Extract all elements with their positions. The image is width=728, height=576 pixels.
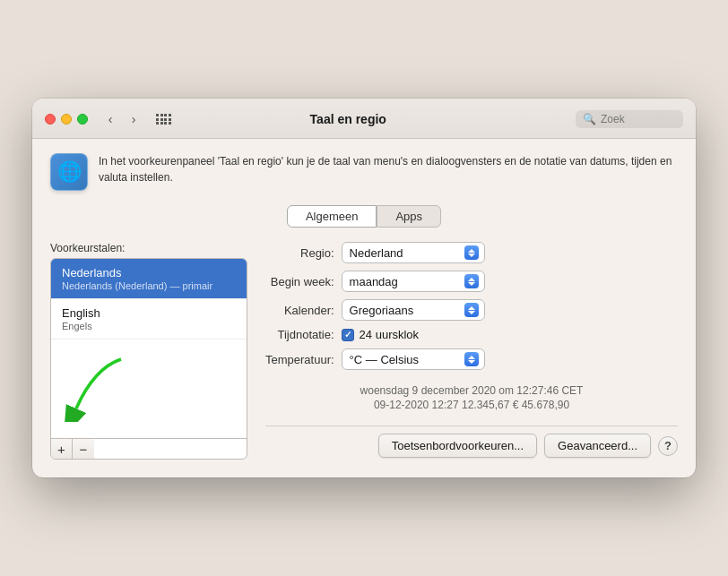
- tijd-checkbox-label: 24 uursklok: [360, 328, 419, 341]
- week-label: Begin week:: [265, 275, 334, 288]
- back-button[interactable]: ‹: [100, 109, 120, 129]
- search-box[interactable]: 🔍: [576, 110, 683, 128]
- dropdown-arrow-regio: [464, 245, 479, 260]
- temp-text: °C — Celsius: [350, 353, 419, 366]
- search-icon: 🔍: [583, 113, 596, 125]
- temp-dropdown[interactable]: °C — Celsius: [342, 348, 485, 370]
- content-area: 🌐 In het voorkeurenpaneel 'Taal en regio…: [32, 139, 696, 477]
- regio-text: Nederland: [350, 246, 403, 260]
- titlebar: ‹ › Taal en regio 🔍: [32, 99, 696, 139]
- main-window: ‹ › Taal en regio 🔍 🌐 In het voorkeurenp…: [32, 99, 696, 477]
- main-layout: Voorkeurstalen: Nederlands Nederlands (N…: [50, 242, 678, 460]
- week-text: maandag: [350, 275, 398, 288]
- regio-label: Regio:: [265, 246, 334, 260]
- green-arrow: [58, 350, 139, 422]
- kalender-dropdown[interactable]: Gregoriaans: [342, 299, 485, 321]
- settings-grid: Regio: Nederland: [265, 242, 678, 370]
- info-text: In het voorkeurenpaneel 'Taal en regio' …: [99, 153, 678, 185]
- keyboard-prefs-button[interactable]: Toetsenbordvoorkeuren...: [378, 434, 537, 458]
- date-line2: 09-12-2020 12:27 12.345,67 € 45.678,90: [265, 399, 678, 411]
- checkmark-icon: ✓: [344, 330, 351, 340]
- kalender-value: Gregoriaans: [342, 299, 678, 321]
- add-language-button[interactable]: +: [51, 439, 73, 459]
- traffic-lights: [45, 114, 88, 125]
- regio-value: Nederland: [342, 242, 678, 263]
- language-panel: Voorkeurstalen: Nederlands Nederlands (N…: [50, 242, 247, 460]
- chevron-updown-icon: [468, 278, 475, 286]
- list-controls: + −: [51, 438, 247, 459]
- dropdown-arrow-temp: [464, 352, 479, 366]
- window-title: Taal en regio: [130, 112, 568, 126]
- panel-label: Voorkeurstalen:: [50, 242, 247, 254]
- language-item-english[interactable]: English Engels: [51, 299, 247, 340]
- regio-dropdown[interactable]: Nederland: [342, 242, 485, 263]
- temp-label: Temperatuur:: [265, 353, 334, 366]
- tijd-checkbox[interactable]: ✓: [342, 329, 354, 341]
- dropdown-arrow-week: [464, 274, 479, 288]
- language-list-wrapper: Nederlands Nederlands (Nederland) — prim…: [50, 258, 247, 460]
- kalender-text: Gregoriaans: [350, 304, 414, 317]
- tab-algemeen[interactable]: Algemeen: [287, 205, 377, 228]
- chevron-updown-icon: [468, 249, 475, 257]
- advanced-button[interactable]: Geavanceerd...: [544, 434, 651, 458]
- minimize-button[interactable]: [61, 114, 72, 125]
- dropdown-arrow-kalender: [464, 303, 479, 317]
- bottom-buttons: Toetsenbordvoorkeuren... Geavanceerd... …: [265, 426, 678, 458]
- tabs-container: Algemeen Apps: [50, 205, 678, 228]
- lang-name-english: English: [62, 306, 236, 320]
- language-item-dutch[interactable]: Nederlands Nederlands (Nederland) — prim…: [51, 259, 247, 299]
- help-button[interactable]: ?: [658, 436, 678, 456]
- chevron-updown-icon: [468, 356, 475, 364]
- week-value: maandag: [342, 271, 678, 292]
- tijd-value: ✓ 24 uursklok: [342, 328, 678, 341]
- tijd-label: Tijdnotatie:: [265, 328, 334, 341]
- kalender-label: Kalender:: [265, 304, 334, 317]
- settings-panel: Regio: Nederland: [265, 242, 678, 460]
- info-banner: 🌐 In het voorkeurenpaneel 'Taal en regio…: [50, 153, 678, 191]
- date-line1: woensdag 9 december 2020 om 12:27:46 CET: [265, 384, 678, 397]
- close-button[interactable]: [45, 114, 56, 125]
- language-items-area: Nederlands Nederlands (Nederland) — prim…: [51, 259, 247, 438]
- maximize-button[interactable]: [77, 114, 88, 125]
- remove-language-button[interactable]: −: [73, 439, 94, 459]
- temp-value: °C — Celsius: [342, 348, 678, 370]
- chevron-updown-icon: [468, 306, 475, 314]
- lang-sub-dutch: Nederlands (Nederland) — primair: [62, 280, 236, 291]
- week-dropdown[interactable]: maandag: [342, 271, 485, 292]
- tab-apps[interactable]: Apps: [377, 205, 441, 228]
- globe-icon: 🌐: [50, 153, 88, 191]
- search-input[interactable]: [601, 113, 672, 125]
- lang-name-dutch: Nederlands: [62, 266, 236, 279]
- lang-sub-english: Engels: [62, 321, 236, 331]
- date-preview: woensdag 9 december 2020 om 12:27:46 CET…: [265, 384, 678, 411]
